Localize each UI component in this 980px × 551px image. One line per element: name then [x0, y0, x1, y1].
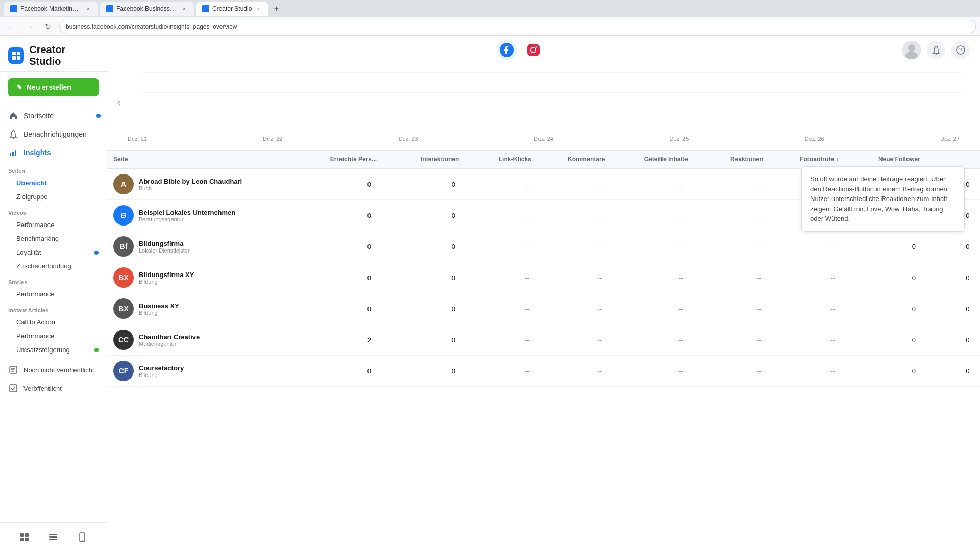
- svg-point-4: [13, 137, 14, 139]
- cell-reaktionen: --: [724, 200, 794, 231]
- svg-rect-15: [49, 536, 57, 538]
- sidebar-item-zuschauerbindung[interactable]: Zuschauerbindung: [0, 259, 107, 273]
- chart-zero-label: 0: [117, 100, 120, 106]
- section-stories-title: Stories: [0, 273, 107, 287]
- browser-chrome: Facebook Marketing & Werbe... × Facebook…: [0, 0, 980, 17]
- cell-interaktionen: 0: [414, 356, 493, 387]
- cell-geteilte: --: [638, 324, 724, 356]
- cell-kommentare: --: [561, 200, 638, 231]
- cell-geteilte: --: [638, 200, 724, 231]
- col-kommentare[interactable]: Kommentare: [561, 151, 638, 168]
- refresh-button[interactable]: ↻: [41, 19, 55, 34]
- sidebar-item-loyalitat[interactable]: Loyalität: [0, 245, 107, 259]
- table-view-button[interactable]: [43, 527, 63, 547]
- notifications-button[interactable]: [927, 41, 945, 59]
- tab-2-close[interactable]: ×: [255, 5, 262, 12]
- tab-1[interactable]: Facebook Business Suite ×: [100, 2, 194, 16]
- cell-interaktionen: 0: [414, 324, 493, 356]
- cell-erreichte: 0: [324, 262, 414, 293]
- chart-label-5: Dez. 26: [805, 136, 824, 142]
- chart-label-0: Dez. 21: [128, 136, 147, 142]
- svg-rect-7: [15, 150, 16, 156]
- cell-fotoaufrufe: --: [794, 262, 872, 293]
- col-fotoaufrufe[interactable]: Fotoaufrufe ↓: [794, 151, 872, 168]
- help-button[interactable]: ?: [951, 41, 970, 59]
- page-avatar: CC: [113, 330, 134, 350]
- sidebar-item-zielgruppe[interactable]: Zielgruppe: [0, 190, 107, 204]
- cell-fotoaufrufe: --: [794, 356, 872, 387]
- sidebar-item-umsatzsteigerung[interactable]: Umsatzsteigerung: [0, 343, 107, 357]
- cell-more: 0: [955, 293, 980, 324]
- sidebar-item-stories-performance[interactable]: Performance: [0, 287, 107, 301]
- svg-rect-9: [10, 385, 17, 392]
- tab-2[interactable]: Creator Studio ×: [196, 2, 268, 16]
- cell-page-name: A Abroad Bible by Leon Chaudhari Buch: [107, 168, 324, 200]
- create-button[interactable]: ✎ Neu erstellen: [8, 78, 99, 96]
- facebook-platform-button[interactable]: [497, 40, 517, 60]
- col-interaktionen[interactable]: Interaktionen: [414, 151, 493, 168]
- sidebar-label-startseite: Startseite: [23, 112, 54, 120]
- tab-0[interactable]: Facebook Marketing & Werbe... ×: [4, 2, 98, 16]
- sidebar-item-benachrichtigungen[interactable]: Benachrichtigungen: [0, 125, 107, 143]
- table-row: BX Bildungsfirma XY Bildung 0 0 -- -- --…: [107, 262, 980, 293]
- cell-erreichte: 0: [324, 231, 414, 262]
- cell-neue-follower: 0: [872, 324, 955, 356]
- startseite-dot: [96, 114, 101, 118]
- col-erreichte[interactable]: Erreichte Pers...: [324, 151, 414, 168]
- svg-rect-2: [12, 56, 16, 60]
- svg-point-25: [936, 53, 937, 55]
- back-button[interactable]: ←: [4, 19, 18, 34]
- sidebar-item-call-to-action[interactable]: Call to Action: [0, 315, 107, 329]
- cell-geteilte: --: [638, 356, 724, 387]
- main-content: 0 Dez. 21 Dez. 22 Dez. 23 Dez. 24 Dez. 2…: [107, 64, 980, 551]
- user-avatar[interactable]: [902, 41, 921, 59]
- sidebar-header: Creator Studio: [0, 36, 107, 72]
- cell-page-name: BX Bildungsfirma XY Bildung: [107, 262, 324, 293]
- sidebar-item-instant-performance[interactable]: Performance: [0, 329, 107, 343]
- svg-point-22: [536, 46, 537, 47]
- top-bar: ?: [107, 36, 980, 64]
- sidebar-item-insights[interactable]: Insights: [0, 143, 107, 162]
- cell-erreichte: 2: [324, 324, 414, 356]
- cell-more: 0: [955, 356, 980, 387]
- col-reaktionen[interactable]: Reaktionen: [724, 151, 794, 168]
- cell-page-name: CF Coursefactory Bildung: [107, 356, 324, 387]
- draft-icon: [8, 365, 18, 375]
- cell-kommentare: --: [561, 293, 638, 324]
- mobile-view-button[interactable]: [72, 527, 92, 547]
- new-tab-button[interactable]: +: [270, 3, 282, 15]
- col-neue-follower[interactable]: Neue Follower: [872, 151, 955, 168]
- page-avatar: BX: [113, 267, 134, 288]
- cell-link-klicks: --: [493, 231, 561, 262]
- cell-link-klicks: --: [493, 356, 561, 387]
- instagram-platform-button[interactable]: [523, 40, 544, 60]
- col-geteilte[interactable]: Geteilte Inhalte: [638, 151, 724, 168]
- address-bar-row: ← → ↻ business.facebook.com/creatorstudi…: [0, 17, 980, 36]
- address-bar[interactable]: business.facebook.com/creatorstudio/insi…: [59, 20, 976, 33]
- cell-kommentare: --: [561, 324, 638, 356]
- cell-geteilte: --: [638, 231, 724, 262]
- cell-link-klicks: --: [493, 168, 561, 200]
- col-more: [955, 151, 980, 168]
- forward-button[interactable]: →: [22, 19, 37, 34]
- cell-erreichte: 0: [324, 168, 414, 200]
- tab-0-close[interactable]: ×: [85, 5, 92, 12]
- sidebar-item-benchmarking[interactable]: Benchmarking: [0, 232, 107, 245]
- sidebar-item-noch-nicht[interactable]: Noch nicht veröffentlicht: [0, 361, 107, 379]
- tab-1-close[interactable]: ×: [181, 5, 188, 12]
- cell-interaktionen: 0: [414, 200, 493, 231]
- sidebar-item-veroeffentlicht[interactable]: Veröffentlicht: [0, 379, 107, 397]
- col-link-klicks[interactable]: Link-Klicks: [493, 151, 561, 168]
- grid-view-button[interactable]: [14, 527, 35, 547]
- sidebar-item-startseite[interactable]: Startseite: [0, 107, 107, 125]
- sidebar-item-videos-performance[interactable]: Performance: [0, 218, 107, 232]
- svg-rect-13: [25, 538, 29, 541]
- page-avatar: Bf: [113, 236, 134, 257]
- tooltip-box: So oft wurde auf deine Beiträge reagiert…: [801, 166, 965, 232]
- table-row: BX Business XY Bildung 0 0 -- -- -- -- -…: [107, 293, 980, 324]
- sidebar-item-ubersicht[interactable]: Übersicht: [0, 176, 107, 190]
- cell-kommentare: --: [561, 262, 638, 293]
- section-seiten-title: Seiten: [0, 162, 107, 176]
- svg-rect-1: [17, 52, 20, 55]
- page-avatar: CF: [113, 361, 134, 381]
